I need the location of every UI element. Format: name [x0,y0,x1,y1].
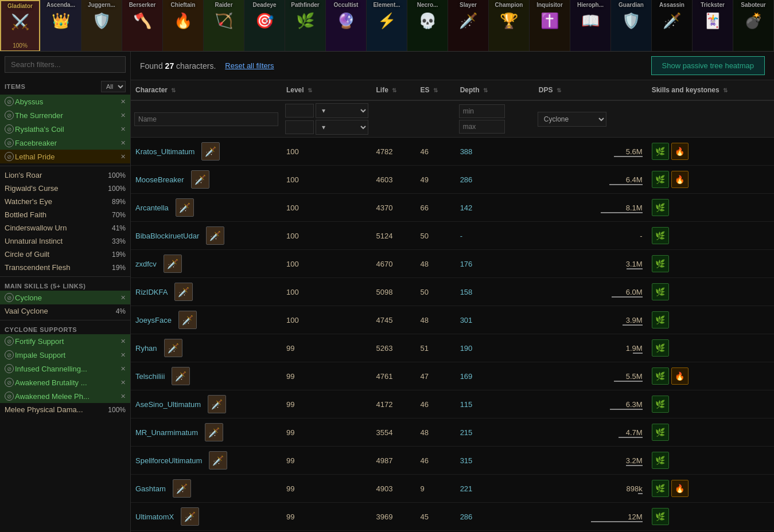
filter-item-facebreaker[interactable]: ⊘ Facebreaker ✕ [0,136,130,150]
table-row[interactable]: MR_Unarmimatum 🗡️ 99 3554 48 215 4.7M 🌿 [131,418,774,447]
sort-arrow-es: ⇅ [433,87,438,93]
col-header-life[interactable]: Life ⇅ [372,80,416,100]
filter-item-abyssus[interactable]: ⊘ Abyssus ✕ [0,95,130,108]
table-row[interactable]: zxdfcv 🗡️ 100 4670 48 176 3.1M 🌿 [131,250,774,278]
class-tab-pathfinder[interactable]: Pathfinder 🌿 [285,0,326,51]
char-name: JoeysFace [135,316,172,324]
class-tab-hierophant[interactable]: Hieroph... 📖 [570,0,611,51]
class-tab-chieftain[interactable]: Chieftain 🔥 [163,0,204,51]
col-header-es[interactable]: ES ⇅ [416,80,456,100]
dps-type-select[interactable]: Cyclone [538,112,606,127]
class-tab-occultist[interactable]: Occultist 🔮 [326,0,367,51]
class-tab-necromancer[interactable]: Necro... 💀 [407,0,448,51]
char-avatar: 🗡️ [176,198,194,217]
support-remove-icon[interactable]: ✕ [120,365,126,373]
table-row[interactable]: SpellforceUltimatum 🗡️ 99 4987 46 315 3.… [131,447,774,475]
class-tab-raider[interactable]: Raider 🏹 [204,0,244,51]
level-min-select[interactable]: ▾ [316,103,368,118]
table-row[interactable]: Telschiliii 🗡️ 99 4761 47 169 5.5M 🌿 🔥 [131,362,774,390]
support-remove-icon[interactable]: ✕ [120,338,126,345]
table-row[interactable]: UltimatomX 🗡️ 99 3969 45 286 12M 🌿 [131,503,774,531]
class-tab-deadeye[interactable]: Deadeye 🎯 [244,0,285,51]
table-row[interactable]: Arcantella 🗡️ 100 4370 66 142 8.1M 🌿 [131,194,774,222]
level-max-input[interactable]: 100 [285,120,314,134]
found-suffix: characters. [176,61,216,71]
table-row[interactable]: AseSino_Ultimatum 🗡️ 99 4172 46 115 6.3M… [131,390,774,418]
filter-item-ryslatha's-coil[interactable]: ⊘ Ryslatha's Coil ✕ [0,122,130,136]
class-tab-elementalist[interactable]: Element... ⚡ [367,0,407,51]
class-tab-emoji-ascendant: 👑 [52,12,70,30]
char-name: AseSino_Ultimatum [135,400,201,409]
support-item-fortify-support[interactable]: ⊘ Fortify Support ✕ [0,334,130,348]
passive-item-rigwald's-curse[interactable]: Rigwald's Curse 100% [0,182,130,195]
class-tab-inquisitor[interactable]: Inquisitor ✝️ [530,0,570,51]
support-item-infused-channelling...[interactable]: ⊘ Infused Channelling... ✕ [0,362,130,375]
col-header-skills[interactable]: Skills and keystones ⇅ [647,80,774,100]
table-row[interactable]: BibaBlockiruetUdar 🗡️ 100 5124 50 - - 🌿 [131,222,774,250]
reset-filters-button[interactable]: Reset all filters [225,61,274,70]
passive-item-lion's-roar[interactable]: Lion's Roar 100% [0,169,130,182]
passive-item-watcher's-eye[interactable]: Watcher's Eye 89% [0,195,130,208]
depth-max-input[interactable] [459,120,505,134]
dps-value: 3.2M [626,456,643,465]
char-name: Gashtam [135,484,166,493]
col-header-character[interactable]: Character ⇅ [131,80,282,100]
class-tab-slayer[interactable]: Slayer 🗡️ [448,0,489,51]
col-header-depth[interactable]: Depth ⇅ [456,80,534,100]
table-row[interactable]: Ryhan 🗡️ 99 5263 51 190 1.9M 🌿 [131,334,774,362]
filter-item-lethal-pride[interactable]: ⊘ Lethal Pride ✕ [0,150,130,163]
class-tab-assassin[interactable]: Assassin 🗡️ [652,0,693,51]
class-tab-saboteur[interactable]: Saboteur 💣 [733,0,774,51]
name-filter-input[interactable] [134,112,278,126]
passive-item-circle-of-guilt[interactable]: Circle of Guilt 19% [0,248,130,261]
class-tab-emoji-raider: 🏹 [215,12,233,30]
level-max-select[interactable]: ▾ [316,120,368,135]
class-tab-juggernaut[interactable]: Juggern... 🛡️ [81,0,122,51]
class-tab-berserker[interactable]: Berserker 🪓 [122,0,163,51]
table-row[interactable]: Gashtam 🗡️ 99 4903 9 221 898k 🌿 🔥 [131,475,774,503]
class-tab-gladiator[interactable]: Gladiator ⚔️ 100% [0,0,41,51]
life-cell: 4370 [372,194,416,222]
class-tab-trickster[interactable]: Trickster 🃏 [693,0,733,51]
table-row[interactable]: MooseBreaker 🗡️ 100 4603 49 286 6.4M 🌿 🔥 [131,166,774,194]
filter-item-the-surrender[interactable]: ⊘ The Surrender ✕ [0,108,130,122]
items-select[interactable]: All [101,81,126,92]
support-remove-icon[interactable]: ✕ [120,379,126,386]
passive-item-cinderswallow-urn[interactable]: Cinderswallow Urn 41% [0,221,130,234]
support-item-impale-support[interactable]: ⊘ Impale Support ✕ [0,348,130,362]
char-avatar: 🗡️ [206,226,224,245]
table-row[interactable]: RizIDKFA 🗡️ 100 5098 50 158 6.0M 🌿 [131,278,774,306]
passive-skill-vaal-cyclone[interactable]: Vaal Cyclone 4% [0,304,130,318]
sort-arrow-character: ⇅ [171,87,176,93]
level-min-input[interactable]: 98 [285,104,314,118]
depth-min-input[interactable] [459,104,505,118]
table-row[interactable]: JoeysFace 🗡️ 100 4745 48 301 3.9M 🌿 [131,306,774,334]
life-cell: 5124 [372,222,416,250]
search-input[interactable] [5,56,126,73]
support-remove-icon[interactable]: ✕ [120,393,126,400]
skill-item-cyclone[interactable]: ⊘ Cyclone ✕ [0,291,130,304]
support-remove-icon[interactable]: ✕ [120,351,126,359]
col-header-dps[interactable]: DPS ⇅ [534,80,647,100]
char-name: Telschiliii [135,372,165,381]
filter-remove-icon[interactable]: ✕ [120,98,126,105]
passive-item-transcendent-flesh[interactable]: Transcendent Flesh 19% [0,261,130,274]
skill-icons: 🌿 [652,227,769,244]
filter-remove-icon[interactable]: ✕ [120,126,126,133]
support-item-awakened-brutality-...[interactable]: ⊘ Awakened Brutality ... ✕ [0,375,130,389]
support-item-awakened-melee-ph...[interactable]: ⊘ Awakened Melee Ph... ✕ [0,389,130,403]
class-tab-ascendant[interactable]: Ascenda... 👑 [41,0,81,51]
skill-remove-icon[interactable]: ✕ [120,294,126,302]
filter-remove-icon[interactable]: ✕ [120,139,126,147]
class-tab-guardian[interactable]: Guardian 🛡️ [611,0,652,51]
passive-item-unnatural-instinct[interactable]: Unnatural Instinct 33% [0,234,130,248]
filter-badge: ⊘ [5,378,14,387]
filter-remove-icon[interactable]: ✕ [120,112,126,119]
col-header-level[interactable]: Level ⇅ [282,80,372,100]
passive-support-melee-physical-dama...[interactable]: Melee Physical Dama... 100% [0,403,130,416]
filter-remove-icon[interactable]: ✕ [120,153,126,161]
table-row[interactable]: Kratos_Ultimatum 🗡️ 100 4782 46 388 5.6M… [131,138,774,166]
passive-item-bottled-faith[interactable]: Bottled Faith 70% [0,208,130,221]
heatmap-button[interactable]: Show passive tree heatmap [651,56,765,75]
class-tab-champion[interactable]: Champion 🏆 [489,0,530,51]
